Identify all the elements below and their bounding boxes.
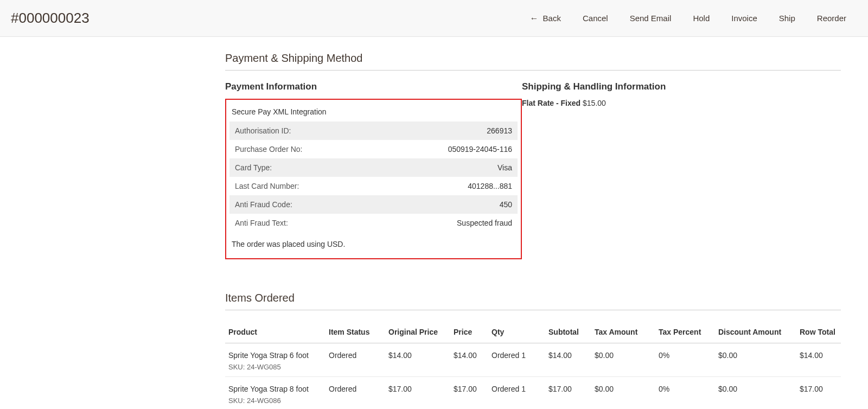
payment-row-label: Anti Fraud Text: — [229, 214, 376, 232]
shipping-method-line: Flat Rate - Fixed $15.00 — [522, 99, 841, 107]
send-email-button[interactable]: Send Email — [630, 14, 672, 23]
cell-subtotal: $17.00 — [545, 377, 591, 410]
payment-row: Purchase Order No:050919-24045-116 — [229, 140, 518, 158]
page-header: #000000023 ← Back Cancel Send Email Hold… — [0, 0, 868, 37]
payment-row-label: Card Type: — [229, 158, 376, 177]
shipping-method-label: Flat Rate - Fixed — [522, 99, 580, 107]
product-name: Sprite Yoga Strap 8 foot — [228, 385, 322, 393]
payment-row-label: Anti Fraud Code: — [229, 195, 376, 214]
col-discount-amount: Discount Amount — [715, 321, 796, 343]
page-title: #000000023 — [11, 10, 90, 27]
ship-button[interactable]: Ship — [779, 14, 795, 23]
invoice-button[interactable]: Invoice — [731, 14, 757, 23]
payment-column: Payment Information Secure Pay XML Integ… — [225, 81, 522, 259]
payment-row-value: 450 — [376, 195, 518, 214]
cell-tax-amount: $0.00 — [591, 377, 655, 410]
payment-row: Card Type:Visa — [229, 158, 518, 177]
cell-original-price: $17.00 — [385, 377, 450, 410]
payment-method-name: Secure Pay XML Integration — [229, 105, 518, 122]
cell-item-status: Ordered — [326, 343, 385, 377]
payment-row-value: 401288...881 — [376, 177, 518, 195]
col-product: Product — [225, 321, 326, 343]
cell-discount: $0.00 — [715, 377, 796, 410]
product-sku: SKU: 24-WG086 — [228, 397, 322, 405]
cell-item-status: Ordered — [326, 377, 385, 410]
back-label: Back — [543, 14, 561, 23]
payment-row-label: Authorisation ID: — [229, 122, 376, 140]
cell-qty: Ordered1 — [488, 343, 545, 377]
payment-row-value: 266913 — [376, 122, 518, 140]
col-price: Price — [450, 321, 488, 343]
product-name: Sprite Yoga Strap 6 foot — [228, 351, 322, 360]
payment-row-value: Visa — [376, 158, 518, 177]
product-sku: SKU: 24-WG085 — [228, 363, 322, 371]
shipping-info-title: Shipping & Handling Information — [522, 81, 841, 92]
shipping-amount: $15.00 — [583, 99, 606, 107]
cell-row-total: $17.00 — [796, 377, 841, 410]
cell-row-total: $14.00 — [796, 343, 841, 377]
currency-note: The order was placed using USD. — [229, 232, 518, 251]
col-row-total: Row Total — [796, 321, 841, 343]
qty-value: 1 — [521, 385, 526, 393]
payment-row: Anti Fraud Code:450 — [229, 195, 518, 214]
cell-tax-percent: 0% — [655, 343, 715, 377]
cell-subtotal: $14.00 — [545, 343, 591, 377]
payment-row-value: Suspected fraud — [376, 214, 518, 232]
payment-shipping-row: Payment Information Secure Pay XML Integ… — [225, 81, 841, 259]
content-area: Payment & Shipping Method Payment Inform… — [0, 37, 868, 409]
payment-details-table: Authorisation ID:266913Purchase Order No… — [229, 122, 518, 232]
cell-discount: $0.00 — [715, 343, 796, 377]
items-ordered-section: Items Ordered Product Item Status Origin… — [225, 292, 841, 409]
col-qty: Qty — [488, 321, 545, 343]
col-item-status: Item Status — [326, 321, 385, 343]
table-row: Sprite Yoga Strap 8 footSKU: 24-WG086Ord… — [225, 377, 841, 410]
payment-row: Last Card Number:401288...881 — [229, 177, 518, 195]
col-tax-percent: Tax Percent — [655, 321, 715, 343]
shipping-column: Shipping & Handling Information Flat Rat… — [522, 81, 841, 259]
payment-row-label: Last Card Number: — [229, 177, 376, 195]
items-ordered-title: Items Ordered — [225, 292, 841, 310]
payment-row-value: 050919-24045-116 — [376, 140, 518, 158]
items-table: Product Item Status Original Price Price… — [225, 321, 841, 409]
payment-info-box: Secure Pay XML Integration Authorisation… — [225, 99, 522, 259]
cancel-button[interactable]: Cancel — [583, 14, 608, 23]
qty-value: 1 — [521, 351, 526, 360]
payment-row-label: Purchase Order No: — [229, 140, 376, 158]
cell-product: Sprite Yoga Strap 8 footSKU: 24-WG086 — [225, 377, 326, 410]
page-actions: ← Back Cancel Send Email Hold Invoice Sh… — [530, 14, 857, 23]
cell-tax-amount: $0.00 — [591, 343, 655, 377]
arrow-left-icon: ← — [530, 14, 539, 23]
hold-button[interactable]: Hold — [693, 14, 710, 23]
col-original-price: Original Price — [385, 321, 450, 343]
qty-status-label: Ordered — [492, 351, 519, 360]
payment-row: Authorisation ID:266913 — [229, 122, 518, 140]
payment-shipping-section-title: Payment & Shipping Method — [225, 52, 841, 71]
qty-status-label: Ordered — [492, 385, 519, 393]
cell-tax-percent: 0% — [655, 377, 715, 410]
cell-original-price: $14.00 — [385, 343, 450, 377]
col-tax-amount: Tax Amount — [591, 321, 655, 343]
reorder-button[interactable]: Reorder — [817, 14, 846, 23]
table-row: Sprite Yoga Strap 6 footSKU: 24-WG085Ord… — [225, 343, 841, 377]
back-button[interactable]: ← Back — [530, 14, 561, 23]
cell-price: $14.00 — [450, 343, 488, 377]
payment-info-title: Payment Information — [225, 81, 522, 92]
cell-qty: Ordered1 — [488, 377, 545, 410]
col-subtotal: Subtotal — [545, 321, 591, 343]
cell-product: Sprite Yoga Strap 6 footSKU: 24-WG085 — [225, 343, 326, 377]
cell-price: $17.00 — [450, 377, 488, 410]
payment-row: Anti Fraud Text:Suspected fraud — [229, 214, 518, 232]
